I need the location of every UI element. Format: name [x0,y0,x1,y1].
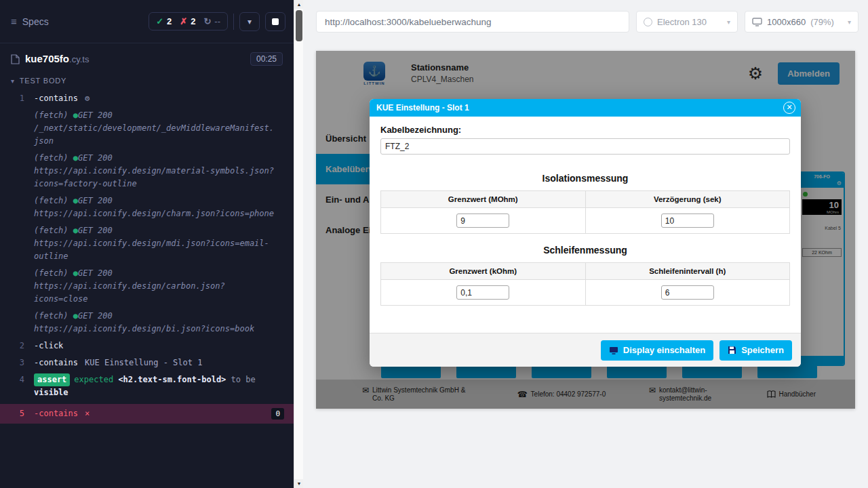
fetch-tag: (fetch) [34,196,68,205]
isolation-heading: Isolationsmessung [380,173,790,184]
command-contains: -contains [34,358,78,367]
fetch-url: https://api.iconify.design/mdi.json?icon… [34,237,275,263]
fetch-tag: (fetch) [34,226,68,235]
loop-table: Grenzwert (kOhm) Schleifenintervall (h) [380,262,790,306]
fetch-url: https://api.iconify.design/carbon.json?i… [34,280,275,306]
check-icon: ✓ [156,16,163,26]
log-row-fetch[interactable]: (fetch) ●GET 200 https://api.iconify.des… [0,150,294,192]
log-row-fetch[interactable]: (fetch) ●GET 200 https://api.iconify.des… [0,192,294,222]
collapse-button[interactable]: ▾ [239,12,260,31]
spec-row[interactable]: kue705fo.cy.ts 00:25 [0,43,294,71]
iso-grenzwert-input[interactable] [456,214,509,228]
assert-element: <h2.text-sm.font-bold> [118,375,226,384]
assert-expected: expected [74,375,113,384]
fail-x-icon: × [85,407,90,420]
command-click: -click [34,341,63,350]
modal-header: KUE Einstellung - Slot 1 ✕ [370,99,801,117]
status-dot-icon: ● [73,268,78,278]
isolation-table: Grenzwert (MOhm) Verzögerung (sek) [380,190,790,234]
specs-label: Specs [22,16,49,27]
scroll-up-icon[interactable]: ▲ [294,0,304,9]
chevron-down-icon: ▾ [848,18,851,26]
log-row-contains-3[interactable]: 3 -containsKUE Einstellung - Slot 1 [0,354,294,371]
line-number: 1 [0,92,34,105]
save-button[interactable]: Speichern [719,340,792,361]
kue-settings-modal: KUE Einstellung - Slot 1 ✕ Kabelbezeichn… [370,99,801,367]
section-label: TEST BODY [20,77,66,85]
gear-icon: ⚙ [85,94,90,103]
fetch-url: https://api.iconify.design/bi.json?icons… [34,323,275,336]
fetch-tag: (fetch) [34,268,68,278]
loop-heading: Schleifenmessung [380,245,790,256]
fetch-tag: (fetch) [34,153,68,163]
close-icon[interactable]: ✕ [783,102,795,114]
spec-extension: .cy.ts [69,54,89,64]
stat-failed: ✗2 [180,16,195,26]
assert-state: visible [34,388,68,397]
stop-button[interactable] [265,12,285,31]
loop-col-intervall: Schleifenintervall (h) [585,263,790,280]
floppy-save-icon [728,346,736,354]
viewport-select[interactable]: 1000x660 (79%) ▾ [745,11,859,33]
spec-name: kue705fo [25,53,69,64]
iso-verzoegerung-input[interactable] [661,214,714,228]
loop-grenzwert-input[interactable] [456,285,509,300]
scroll-down-icon[interactable]: ▼ [294,479,304,488]
log-row-fetch[interactable]: (fetch) ●GET 200 https://api.iconify.des… [0,308,294,338]
modal-title: KUE Einstellung - Slot 1 [376,103,469,113]
viewport-icon [752,18,762,26]
fetch-status: GET 200 [78,196,113,205]
status-dot-icon: ● [73,226,78,235]
fetch-url: https://api.iconify.design/charm.json?ic… [34,207,275,220]
display-icon [609,346,618,354]
status-dot-icon: ● [73,110,78,120]
log-row-assert[interactable]: 4 assertexpected <h2.text-sm.font-bold> … [0,371,294,401]
log-row-click[interactable]: 2 -click [0,338,294,354]
loop-intervall-input[interactable] [661,285,714,300]
stop-icon [272,18,279,25]
stat-passed: ✓2 [156,16,172,26]
scrollbar-thumb[interactable] [296,10,302,41]
chevron-down-icon: ▾ [248,17,252,26]
specs-list-icon: ≡ [11,16,17,27]
test-stats: ✓2 ✗2 ↻-- [149,12,228,30]
retry-count-badge: 0 [271,408,284,420]
command-argument: KUE Einstellung - Slot 1 [85,358,202,367]
display-on-button[interactable]: Display einschalten [601,340,713,361]
command-contains: -contains [34,94,78,103]
fetch-tag: (fetch) [34,311,68,321]
command-log: 1 -contains⚙ (fetch) ●GET 200 /_next/sta… [0,89,294,488]
reporter-scrollbar[interactable]: ▲ ▼ [294,0,303,488]
duration-badge: 00:25 [250,52,283,66]
viewport-size: 1000x660 [767,17,806,27]
iso-col-verzoegerung: Verzögerung (sek) [585,191,790,208]
browser-select[interactable]: Electron 130 ▾ [636,11,738,33]
status-dot-icon: ● [73,311,78,321]
application-frame: ⚓ LITTWIN Stationsname CPLV4_Maschen ⚙ A… [316,51,855,409]
log-row-fetch[interactable]: (fetch) ●GET 200 https://api.iconify.des… [0,222,294,265]
log-row-contains-failed[interactable]: 5 -contains × 0 [0,404,294,424]
specs-menu[interactable]: ≡ Specs [11,16,49,27]
fetch-status: GET 200 [78,311,113,321]
log-row-contains-1[interactable]: 1 -contains⚙ [0,90,294,107]
cable-designation-input[interactable] [380,138,790,155]
assert-badge: assert [34,373,70,386]
status-dot-icon: ● [73,153,78,163]
chevron-down-icon: ▾ [11,77,15,85]
log-row-fetch[interactable]: (fetch) ●GET 200 https://api.iconify.des… [0,265,294,308]
modal-footer: Display einschalten Speichern [370,333,801,367]
browser-name: Electron 130 [657,17,707,27]
cable-designation-label: Kabelbezeichnung: [380,125,790,135]
log-row-fetch[interactable]: (fetch) ●GET 200 /_next/static/developme… [0,107,294,150]
line-number: 5 [0,407,34,420]
aut-panel: Electron 130 ▾ 1000x660 (79%) ▾ ⚓ LITTWI… [303,0,868,488]
url-input[interactable] [316,11,629,33]
loop-col-grenzwert: Grenzwert (kOhm) [381,263,586,280]
test-body-section[interactable]: ▾ TEST BODY [0,71,294,89]
iso-col-grenzwert: Grenzwert (MOhm) [381,191,586,208]
assert-middle: to be [231,375,256,384]
line-number: 2 [0,340,34,352]
fetch-status: GET 200 [78,268,113,278]
fetch-url: /_next/static/development/_devMiddleware… [34,122,275,148]
fetch-status: GET 200 [78,226,113,235]
